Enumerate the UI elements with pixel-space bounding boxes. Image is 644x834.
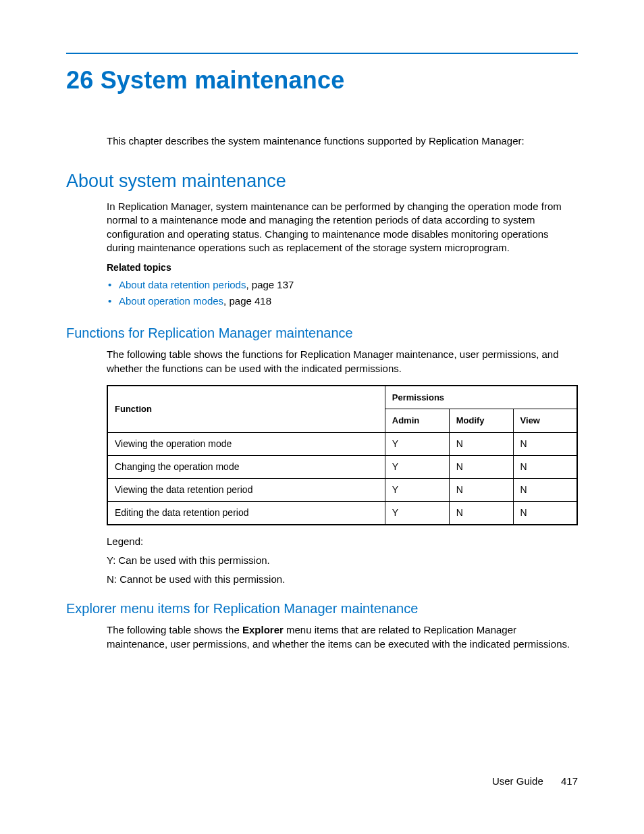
section-functions-body: The following table shows the functions …	[107, 348, 578, 586]
related-link[interactable]: About data retention periods	[119, 279, 246, 290]
table-row: Editing the data retention period Y N N	[107, 501, 577, 524]
chapter-name: System maintenance	[101, 66, 345, 94]
about-para: In Replication Manager, system maintenan…	[107, 200, 578, 255]
related-topics-heading: Related topics	[107, 261, 578, 274]
cell-fn: Viewing the data retention period	[107, 478, 385, 501]
legend-title: Legend:	[107, 535, 578, 548]
chapter-intro: This chapter describes the system mainte…	[107, 135, 578, 147]
section-explorer-body: The following table shows the Explorer m…	[107, 623, 578, 651]
cell-fn: Viewing the operation mode	[107, 432, 385, 455]
footer-page: 417	[561, 775, 578, 787]
table-row: Changing the operation mode Y N N	[107, 455, 577, 478]
related-link[interactable]: About operation modes	[119, 295, 223, 307]
section-functions: Functions for Replication Manager mainte…	[66, 325, 578, 341]
table-row: Viewing the operation mode Y N N	[107, 432, 577, 455]
cell-fn: Editing the data retention period	[107, 501, 385, 524]
section-about: About system maintenance	[66, 171, 578, 192]
th-permissions: Permissions	[385, 386, 577, 409]
related-suffix: , page 137	[246, 279, 294, 290]
explorer-para: The following table shows the Explorer m…	[107, 623, 578, 651]
legend-n: N: Cannot be used with this permission.	[107, 573, 578, 586]
cell-admin: Y	[385, 432, 449, 455]
legend: Legend: Y: Can be used with this permiss…	[107, 535, 578, 587]
footer-label: User Guide	[492, 775, 543, 787]
th-view: View	[513, 409, 577, 433]
legend-y: Y: Can be used with this permission.	[107, 554, 578, 567]
cell-admin: Y	[385, 455, 449, 478]
section-about-body: In Replication Manager, system maintenan…	[107, 200, 578, 308]
cell-view: N	[513, 455, 577, 478]
related-item: About data retention periods, page 137	[107, 278, 578, 292]
th-modify: Modify	[449, 409, 513, 433]
page: 26 System maintenance This chapter descr…	[0, 0, 644, 834]
chapter-number: 26	[66, 66, 93, 94]
cell-view: N	[513, 478, 577, 501]
chapter-title: 26 System maintenance	[66, 66, 578, 95]
related-item: About operation modes, page 418	[107, 294, 578, 308]
cell-view: N	[513, 432, 577, 455]
functions-para: The following table shows the functions …	[107, 348, 578, 375]
top-rule	[66, 53, 578, 54]
cell-modify: N	[449, 501, 513, 524]
cell-modify: N	[449, 455, 513, 478]
cell-admin: Y	[385, 478, 449, 501]
cell-modify: N	[449, 478, 513, 501]
explorer-para-pre: The following table shows the	[107, 624, 242, 635]
cell-view: N	[513, 501, 577, 524]
permissions-table: Function Permissions Admin Modify View V…	[107, 385, 578, 525]
explorer-para-bold: Explorer	[242, 624, 284, 635]
cell-admin: Y	[385, 501, 449, 524]
related-suffix: , page 418	[223, 295, 271, 307]
related-topics-list: About data retention periods, page 137 A…	[107, 278, 578, 309]
section-explorer: Explorer menu items for Replication Mana…	[66, 601, 578, 617]
table-row: Viewing the data retention period Y N N	[107, 478, 577, 501]
page-footer: User Guide 417	[492, 775, 578, 787]
cell-fn: Changing the operation mode	[107, 455, 385, 478]
cell-modify: N	[449, 432, 513, 455]
th-function: Function	[107, 386, 385, 433]
th-admin: Admin	[385, 409, 449, 433]
